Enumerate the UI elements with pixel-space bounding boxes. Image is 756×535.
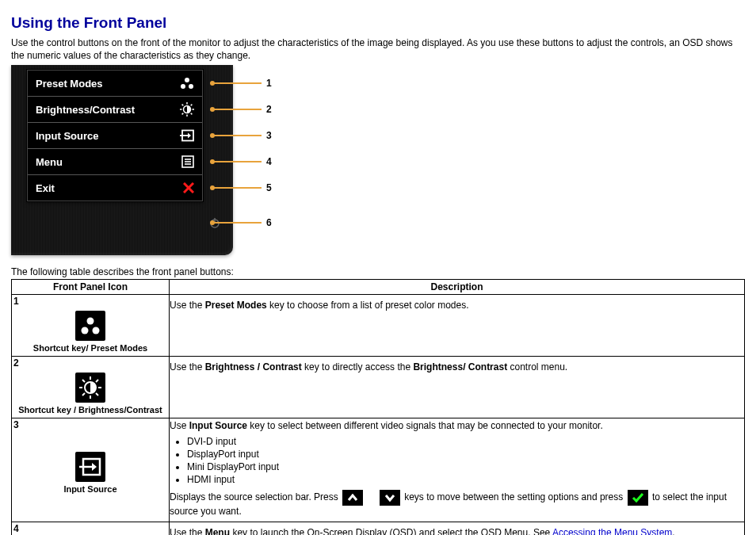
input-source-icon: [180, 129, 194, 142]
menu-icon: [181, 155, 194, 168]
osd-item-label: Input Source: [36, 130, 98, 142]
svg-line-34: [96, 380, 98, 382]
svg-line-11: [191, 105, 193, 106]
osd-item-label: Menu: [36, 156, 63, 168]
callout-4: 4: [266, 156, 272, 167]
list-item: HDMI input: [187, 474, 741, 485]
input-list: DVI-D input DisplayPort input Mini Displ…: [187, 436, 741, 485]
row-num-1: 1: [12, 295, 169, 308]
svg-point-2: [189, 84, 193, 89]
accessing-menu-link[interactable]: Accessing the Menu System: [552, 527, 672, 535]
close-icon: [183, 182, 194, 193]
brightness-contrast-icon: [75, 373, 105, 403]
col-header-desc: Description: [170, 280, 745, 295]
table-row: 2 Shortcut key / Brightness/Contrast Use…: [12, 357, 745, 418]
page-heading: Using the Front Panel: [11, 14, 745, 32]
osd-item-label: Brightness/Contrast: [36, 104, 135, 116]
intro-text: Use the control buttons on the front of …: [11, 36, 745, 62]
osd-item-brightness-contrast: Brightness/Contrast: [28, 97, 202, 123]
osd-item-menu: Menu: [28, 149, 202, 175]
svg-point-25: [93, 327, 100, 334]
list-item: Mini DisplayPort input: [187, 461, 741, 472]
svg-line-32: [96, 393, 98, 396]
osd-item-input-source: Input Source: [28, 123, 202, 149]
svg-line-8: [182, 105, 184, 106]
list-item: DVI-D input: [187, 436, 741, 447]
callout-3: 3: [266, 130, 272, 141]
icon-label: Shortcut key / Brightness/Contrast: [12, 405, 169, 418]
row-num-2: 2: [12, 357, 169, 369]
brightness-contrast-icon: [180, 102, 194, 117]
callout-1: 1: [266, 78, 272, 89]
svg-point-23: [87, 318, 94, 325]
osd-item-label: Preset Modes: [36, 78, 103, 90]
row-desc: Use Input Source key to select between d…: [170, 418, 744, 522]
row-num-4: 4: [12, 522, 169, 535]
icon-label: Shortcut key/ Preset Modes: [12, 343, 169, 356]
svg-marker-37: [92, 463, 97, 471]
list-item: DisplayPort input: [187, 449, 741, 460]
icon-label: Input Source: [12, 484, 169, 497]
osd-item-label: Exit: [36, 182, 55, 194]
input-source-icon: [75, 452, 105, 482]
preset-modes-icon: [180, 77, 194, 90]
callout-6: 6: [266, 217, 272, 228]
preset-modes-icon: [75, 311, 105, 341]
svg-line-33: [82, 393, 85, 396]
svg-marker-14: [188, 133, 191, 139]
table-row: 1 Shortcut key/ Preset Modes Use the Pre…: [12, 295, 745, 357]
osd-item-exit: Exit: [28, 175, 202, 201]
osd-menu: Preset Modes Brightness/Contrast Input S…: [27, 70, 203, 201]
check-icon: [628, 490, 648, 506]
svg-line-31: [82, 380, 85, 382]
callout-5: 5: [266, 182, 272, 193]
callout-2: 2: [266, 104, 272, 115]
svg-line-10: [182, 113, 184, 115]
front-panel-table: Front Panel Icon Description 1 Shortcut …: [11, 279, 745, 535]
front-panel-figure: Preset Modes Brightness/Contrast Input S…: [11, 65, 312, 255]
row-desc: Use the Menu key to launch the On-Screen…: [170, 522, 744, 535]
svg-line-9: [191, 113, 193, 115]
down-arrow-icon: [380, 490, 400, 506]
row-desc: Use the Preset Modes key to choose from …: [170, 295, 744, 315]
svg-point-24: [82, 327, 89, 334]
svg-point-1: [181, 84, 185, 89]
osd-item-preset-modes: Preset Modes: [28, 71, 202, 97]
table-row: 4 Menu Use the Menu key to launch the On…: [12, 522, 745, 535]
svg-point-0: [185, 78, 189, 82]
row-num-3: 3: [12, 418, 169, 431]
col-header-icon: Front Panel Icon: [12, 280, 170, 295]
row-desc: Use the Brightness / Contrast key to dir…: [170, 357, 744, 377]
table-row: 3 Input Source Use Input Source key to s…: [12, 418, 745, 522]
table-caption: The following table describes the front …: [11, 266, 745, 277]
up-arrow-icon: [342, 490, 363, 506]
